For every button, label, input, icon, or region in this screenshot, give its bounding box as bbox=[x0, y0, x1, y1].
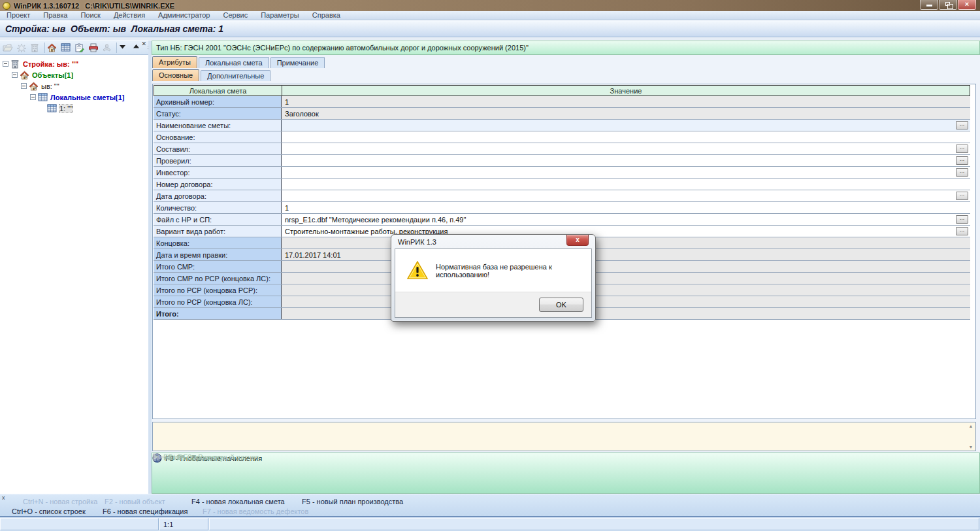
shortcut-item[interactable]: F5 - новый план производства bbox=[302, 498, 403, 505]
ellipsis-button[interactable]: ... bbox=[956, 145, 968, 153]
tree-expander-icon[interactable] bbox=[3, 61, 8, 67]
field-label: Итого: bbox=[154, 308, 282, 319]
toolbar-button[interactable] bbox=[47, 42, 59, 54]
ellipsis-button[interactable]: ... bbox=[956, 121, 968, 129]
shortcut-item[interactable]: F6 - новая спецификация bbox=[103, 507, 188, 515]
sub-tab[interactable]: Основные bbox=[152, 69, 199, 81]
ellipsis-button[interactable]: ... bbox=[956, 192, 968, 200]
menu-bar: Проект Правка Поиск Действия Администрат… bbox=[0, 11, 980, 20]
tree-expander-icon[interactable] bbox=[12, 72, 18, 78]
menu-item[interactable]: Справка bbox=[306, 11, 347, 20]
toolbar-button[interactable] bbox=[88, 42, 101, 54]
shortcut-item[interactable]: F7 - новая ведомость дефектов bbox=[203, 507, 308, 515]
table-row[interactable]: Архивный номер: 1 ... bbox=[154, 96, 970, 108]
note-textarea[interactable]: ▲▼ bbox=[152, 422, 976, 451]
field-value-text: 1 bbox=[285, 98, 289, 106]
ok-button[interactable]: OK bbox=[539, 298, 583, 312]
tab[interactable]: Локальная смета bbox=[199, 57, 269, 68]
tree-expander-icon[interactable] bbox=[21, 83, 27, 89]
tree-node[interactable]: Объекты[1] bbox=[0, 70, 148, 80]
field-label: Статус: bbox=[154, 108, 282, 119]
tab[interactable]: Атрибуты bbox=[152, 56, 197, 68]
field-value[interactable]: 17.01.2017 14:01 ... bbox=[282, 249, 970, 260]
table-row[interactable]: Файл с НР и СП: nrsp_E1c.dbf "Методическ… bbox=[154, 214, 970, 226]
action-button[interactable]: P Ctrl+F3 - Ресурсный расчет bbox=[152, 453, 259, 461]
menu-item[interactable]: Администратор bbox=[152, 11, 216, 20]
field-value[interactable]: ... bbox=[282, 284, 970, 296]
field-value[interactable]: ... bbox=[282, 120, 970, 131]
table-row[interactable]: Проверил: ... bbox=[154, 155, 970, 167]
dialog-close-button[interactable]: x bbox=[566, 235, 589, 246]
table-row[interactable]: Дата договора: ... bbox=[154, 190, 970, 202]
shortcut-item[interactable]: Ctrl+O - список строек bbox=[12, 507, 86, 515]
status-cell-right bbox=[209, 518, 979, 530]
ellipsis-button[interactable]: ... bbox=[956, 215, 968, 224]
field-value[interactable]: ... bbox=[282, 273, 970, 284]
tree-node[interactable]: ыв: "" bbox=[0, 81, 148, 91]
field-value[interactable]: ... bbox=[282, 190, 970, 201]
table-row[interactable]: Инвестор: ... bbox=[154, 167, 970, 179]
table-row[interactable]: Наименование сметы: ... bbox=[154, 120, 970, 131]
note-scrollbar[interactable]: ▲▼ bbox=[968, 424, 974, 449]
table-row[interactable]: Статус: Заголовок ... bbox=[154, 108, 970, 120]
scroll-up-icon[interactable]: ▲ bbox=[969, 424, 973, 428]
toolbar-button[interactable] bbox=[74, 42, 87, 54]
scroll-down-icon[interactable]: ▼ bbox=[969, 445, 973, 449]
actions-panel: F8 - Глобальные начисления Alt+F3 - Прос… bbox=[152, 453, 980, 494]
panel-close-icon[interactable]: ✕ bbox=[141, 41, 146, 46]
field-value[interactable]: ... bbox=[282, 143, 970, 154]
table-row[interactable]: Составил: ... bbox=[154, 143, 970, 155]
tree-node[interactable]: 1: "" bbox=[0, 103, 148, 113]
field-value[interactable]: ... bbox=[282, 237, 970, 248]
table-row[interactable]: Количество: 1 ... bbox=[154, 202, 970, 214]
table-row[interactable]: Номер договора: ... bbox=[154, 179, 970, 190]
tree-expander-icon[interactable] bbox=[30, 94, 36, 100]
field-value[interactable]: ... bbox=[282, 179, 970, 190]
minimize-button[interactable] bbox=[920, 0, 938, 10]
field-label: Дата и время правки: bbox=[154, 249, 282, 260]
menu-item[interactable]: Параметры bbox=[254, 11, 306, 20]
restore-icon bbox=[945, 2, 950, 6]
restore-button[interactable] bbox=[939, 0, 957, 10]
field-value[interactable]: ... bbox=[282, 296, 970, 307]
toolbar-button[interactable] bbox=[16, 42, 29, 54]
toolbar-button[interactable] bbox=[3, 42, 15, 54]
toolbar-button[interactable] bbox=[119, 42, 131, 54]
sub-tab[interactable]: Дополнительные bbox=[201, 70, 270, 81]
main-tabs: Атрибуты Локальная смета Примечание bbox=[152, 56, 326, 68]
tree-node[interactable]: Стройка: ыв: "" bbox=[0, 59, 148, 69]
field-value[interactable]: 1 ... bbox=[282, 96, 970, 107]
tab[interactable]: Примечание bbox=[270, 57, 325, 68]
menu-item[interactable]: Проект bbox=[0, 11, 37, 20]
field-value[interactable]: 1 ... bbox=[282, 202, 970, 213]
field-value[interactable]: ... bbox=[282, 155, 970, 166]
ellipsis-button[interactable]: ... bbox=[956, 227, 968, 235]
field-value[interactable]: Строительно-монтажные работы, реконструк… bbox=[282, 226, 970, 237]
field-value[interactable]: ... bbox=[282, 167, 970, 178]
ellipsis-button[interactable]: ... bbox=[956, 168, 968, 177]
shortcut-item[interactable]: F4 - новая локальная смета bbox=[191, 498, 285, 505]
menu-item[interactable]: Поиск bbox=[74, 11, 106, 20]
project-tree-panel: ✕ Стройка: ыв: "" Объекты[1] bbox=[0, 41, 148, 494]
field-value[interactable]: ... bbox=[282, 131, 970, 143]
shortcut-item[interactable]: F2 - новый объект bbox=[105, 498, 165, 505]
toolbar-button[interactable] bbox=[102, 42, 114, 54]
status-cell-left bbox=[0, 518, 159, 530]
menu-item[interactable]: Правка bbox=[37, 11, 74, 20]
field-value[interactable]: Заголовок ... bbox=[282, 108, 970, 119]
field-value[interactable]: ... bbox=[282, 261, 970, 272]
field-value[interactable]: ... bbox=[282, 308, 970, 319]
ellipsis-button[interactable]: ... bbox=[956, 156, 968, 165]
toolbar-button[interactable] bbox=[30, 42, 42, 54]
menu-item[interactable]: Сервис bbox=[216, 11, 254, 20]
menu-item[interactable]: Действия bbox=[107, 11, 152, 20]
column-header-name: Локальная смета bbox=[154, 86, 282, 95]
table-row[interactable]: Основание: ... bbox=[154, 131, 970, 143]
toolbar-button[interactable] bbox=[61, 42, 73, 54]
shortcut-item[interactable]: Ctrl+N - новая стройка bbox=[23, 498, 97, 505]
field-label: Итого СМР по РСР (концовка ЛС): bbox=[154, 273, 282, 284]
close-button[interactable]: × bbox=[958, 0, 976, 10]
field-value[interactable]: nrsp_E1c.dbf "Методические рекомендации … bbox=[282, 214, 970, 225]
shortcutbar-close-icon[interactable]: x bbox=[2, 495, 5, 501]
tree-node[interactable]: Локальные сметы[1] bbox=[0, 92, 148, 102]
